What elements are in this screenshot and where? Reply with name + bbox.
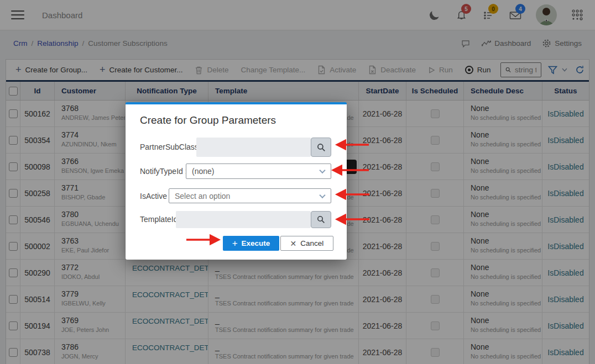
cancel-label: Cancel <box>300 239 323 247</box>
partner-subclass-lookup-button[interactable] <box>311 138 331 157</box>
partner-subclass-input[interactable] <box>196 138 311 157</box>
search-icon <box>317 143 326 152</box>
template-id-input[interactable] <box>176 211 311 228</box>
search-icon <box>317 215 325 224</box>
is-active-select[interactable]: Select an option <box>169 188 331 203</box>
chevron-down-icon <box>319 192 325 198</box>
dialog-title: Create for Group Parameters <box>140 114 276 126</box>
partner-subclass-label: PartnerSubClassId <box>140 143 205 151</box>
execute-label: Execute <box>242 239 270 247</box>
plus-icon: + <box>232 238 238 249</box>
notify-type-label: NotifyTypeId : <box>140 167 187 176</box>
execute-button[interactable]: + Execute <box>223 236 279 251</box>
template-id-lookup-button[interactable] <box>311 211 331 228</box>
is-active-label: IsActive : <box>140 192 171 201</box>
notify-type-value: (none) <box>192 167 214 176</box>
chevron-down-icon <box>319 167 325 173</box>
notify-type-select[interactable]: (none) <box>186 163 331 179</box>
cancel-button[interactable]: ✕ Cancel <box>280 236 333 251</box>
is-active-placeholder: Select an option <box>175 192 230 201</box>
close-icon: ✕ <box>290 239 297 248</box>
template-id-label: TemplateId <box>140 215 178 224</box>
create-for-group-dialog: Create for Group Parameters PartnerSubCl… <box>126 102 347 260</box>
